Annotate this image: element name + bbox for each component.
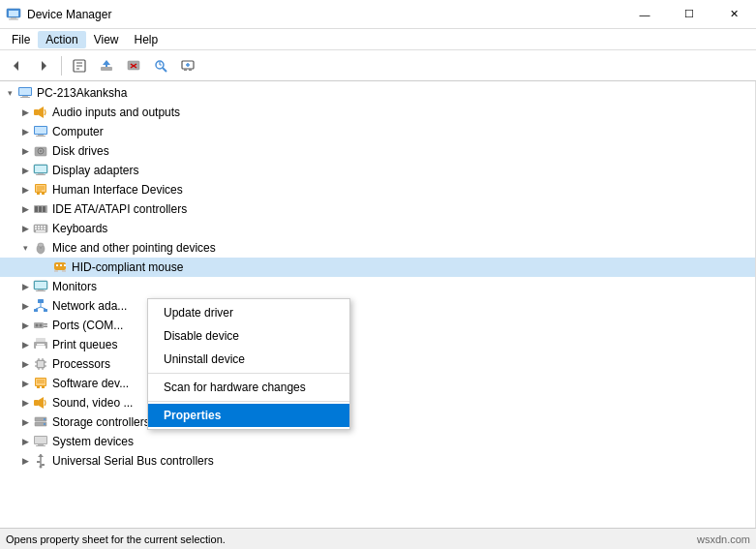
svg-rect-106 — [34, 400, 39, 406]
svg-rect-33 — [36, 136, 45, 137]
svg-line-80 — [41, 307, 45, 309]
expand-icon-software: ▶ — [19, 378, 31, 389]
ctx-uninstall-device[interactable]: Uninstall device — [148, 348, 349, 371]
tree-item-mice[interactable]: ▾ Mice and other pointing devices — [0, 238, 755, 258]
svg-rect-46 — [37, 193, 40, 195]
svg-marker-11 — [103, 60, 110, 67]
svg-point-110 — [44, 418, 45, 420]
expand-icon-display: ▶ — [19, 165, 31, 176]
svg-rect-32 — [38, 135, 44, 136]
computer-icon — [17, 85, 33, 101]
keyboard-icon — [33, 221, 48, 236]
minimize-button[interactable]: — — [622, 0, 667, 29]
tree-item-usb[interactable]: ▶ Universal Serial Bus controllers — [0, 451, 755, 471]
tree-item-proc[interactable]: ▶ Processors — [0, 354, 755, 374]
tree-item-ide[interactable]: ▶ IDE ATA/ATAPI controllers — [0, 199, 755, 219]
update-driver-button[interactable] — [94, 54, 119, 77]
tree-label-system: System devices — [52, 435, 134, 448]
tree-item-hid[interactable]: ▶ Human Interface Devices — [0, 180, 755, 199]
ctx-sep-1 — [148, 373, 349, 374]
tree-label-disk: Disk drives — [52, 144, 109, 158]
tree-label-monitors: Monitors — [52, 280, 97, 293]
tree-label-sound: Sound, video ... — [52, 396, 133, 410]
system-icon — [33, 434, 48, 449]
network-icon — [33, 298, 48, 314]
ctx-update-driver[interactable]: Update driver — [148, 301, 349, 324]
svg-rect-88 — [36, 346, 45, 350]
svg-marker-4 — [14, 61, 18, 71]
tree-item-storage[interactable]: ▶ Storage controllers — [0, 412, 755, 432]
print-icon — [33, 337, 48, 352]
tree-item-display[interactable]: ▶ Display adapters — [0, 161, 755, 180]
proc-icon — [33, 356, 48, 372]
tree-item-software[interactable]: ▶ Software dev... — [0, 374, 755, 393]
expand-icon-monitors: ▶ — [19, 281, 31, 292]
window-icon — [6, 7, 21, 22]
svg-rect-77 — [44, 309, 47, 312]
tree-item-keyboard[interactable]: ▶ Keyboards — [0, 219, 755, 238]
tree-label-audio: Audio inputs and outputs — [52, 106, 180, 119]
ide-icon — [33, 201, 48, 217]
svg-rect-50 — [39, 206, 42, 212]
svg-rect-66 — [56, 264, 58, 266]
expand-icon-network: ▶ — [19, 300, 31, 312]
expand-icon-keyboard: ▶ — [19, 223, 31, 234]
tree-item-root[interactable]: ▾ PC-213Akanksha — [0, 83, 755, 103]
add-legacy-button[interactable] — [175, 54, 200, 77]
hid-icon — [33, 182, 48, 198]
tree-label-usb: Universal Serial Bus controllers — [52, 454, 214, 468]
ctx-scan-hardware[interactable]: Scan for hardware changes — [148, 376, 349, 399]
window-title: Device Manager — [27, 8, 111, 21]
svg-rect-3 — [9, 18, 18, 19]
svg-point-111 — [44, 423, 45, 425]
forward-button[interactable] — [31, 54, 56, 77]
ctx-properties[interactable]: Properties — [148, 404, 349, 427]
ctx-disable-device[interactable]: Disable device — [148, 324, 349, 348]
menu-view[interactable]: View — [86, 31, 127, 48]
svg-rect-57 — [35, 229, 37, 230]
expand-icon-root: ▾ — [4, 87, 15, 99]
tree-label-ports: Ports (COM... — [52, 319, 123, 332]
status-bar: Opens property sheet for the current sel… — [0, 528, 756, 549]
mouse-icon — [33, 240, 48, 256]
tree-item-audio[interactable]: ▶ Audio inputs and outputs — [0, 103, 755, 122]
tree-item-network[interactable]: ▶ Network ada... — [0, 296, 755, 316]
tree-label-hid-mouse: HID-compliant mouse — [72, 260, 183, 274]
expand-icon-system: ▶ — [19, 436, 31, 447]
svg-rect-59 — [41, 229, 43, 230]
menu-action[interactable]: Action — [38, 31, 85, 48]
tree-item-system[interactable]: ▶ System devices — [0, 432, 755, 451]
svg-rect-2 — [11, 17, 16, 19]
svg-rect-72 — [35, 282, 46, 289]
maximize-button[interactable]: ☐ — [667, 0, 711, 29]
sound-icon — [33, 395, 48, 411]
close-button[interactable]: ✕ — [711, 0, 756, 29]
svg-rect-75 — [38, 299, 44, 303]
svg-line-16 — [163, 68, 166, 72]
tree-item-print[interactable]: ▶ Print queues — [0, 335, 755, 354]
ctx-sep-2 — [148, 401, 349, 402]
scan-hardware-button[interactable] — [148, 54, 173, 77]
device-tree[interactable]: ▾ PC-213Akanksha ▶ Audio — [0, 81, 756, 528]
back-button[interactable] — [4, 54, 29, 77]
menu-help[interactable]: Help — [127, 31, 166, 48]
tree-label-mice: Mice and other pointing devices — [52, 241, 216, 255]
tree-item-ports[interactable]: ▶ Ports (COM... — [0, 316, 755, 335]
svg-rect-38 — [35, 166, 46, 172]
usb-icon — [33, 453, 48, 469]
expand-icon-usb: ▶ — [19, 455, 31, 467]
svg-rect-103 — [42, 386, 45, 388]
expand-icon-storage: ▶ — [19, 416, 31, 428]
menu-file[interactable]: File — [4, 31, 38, 48]
properties-button[interactable] — [67, 54, 92, 77]
tree-item-sound[interactable]: ▶ Sound, video ... — [0, 393, 755, 412]
tree-item-monitors[interactable]: ▶ Monitors — [0, 277, 755, 296]
tree-item-computer[interactable]: ▶ Computer — [0, 122, 755, 141]
uninstall-button[interactable] — [121, 54, 146, 77]
tree-item-hid-mouse[interactable]: HID-compliant mouse — [0, 258, 755, 277]
svg-rect-27 — [20, 97, 30, 98]
svg-rect-56 — [44, 226, 45, 228]
tree-label-display: Display adapters — [52, 164, 138, 177]
svg-rect-31 — [35, 127, 46, 134]
tree-item-disk[interactable]: ▶ Disk drives — [0, 141, 755, 161]
